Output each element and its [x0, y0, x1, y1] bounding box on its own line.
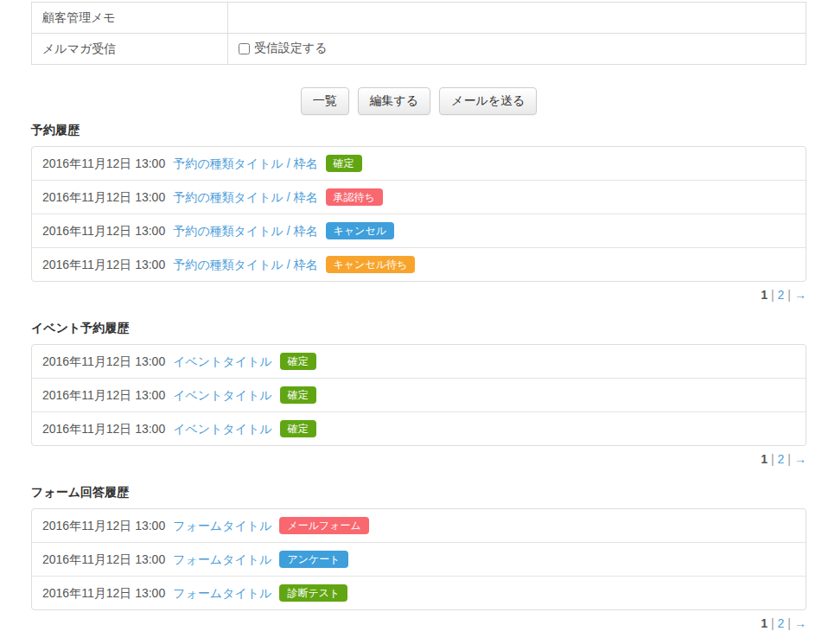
status-badge: 確定: [280, 386, 316, 404]
pagination-next-link[interactable]: →: [794, 616, 806, 630]
memo-field-label: 顧客管理メモ: [32, 3, 228, 34]
status-badge: キャンセル待ち: [326, 256, 416, 273]
row-title-link[interactable]: 予約の種類タイトル / 枠名: [173, 189, 317, 205]
pagination-next-link[interactable]: →: [794, 288, 806, 302]
row-datetime: 2016年11月12日 13:00: [42, 552, 165, 567]
section-title: イベント予約履歴: [31, 320, 806, 335]
pagination-separator: |: [787, 288, 791, 302]
row-title-link[interactable]: イベントタイトル: [173, 354, 272, 369]
row-datetime: 2016年11月12日 13:00: [42, 387, 165, 403]
status-badge: 承認待ち: [326, 188, 383, 206]
pagination: 1|2|→: [31, 287, 806, 303]
section-reservation-history: 予約履歴 2016年11月12日 13:00 予約の種類タイトル / 枠名 確定…: [31, 122, 806, 303]
newsletter-field-value: 受信設定する: [228, 34, 806, 65]
pagination: 1|2|→: [31, 451, 806, 467]
history-row: 2016年11月12日 13:00 フォームタイトル メールフォーム: [32, 509, 806, 542]
reservation-history-list: 2016年11月12日 13:00 予約の種類タイトル / 枠名 確定 2016…: [31, 146, 806, 282]
row-title-link[interactable]: 予約の種類タイトル / 枠名: [173, 223, 317, 239]
status-badge: 診断テスト: [279, 584, 347, 602]
pagination-separator: |: [771, 288, 774, 302]
row-datetime: 2016年11月12日 13:00: [42, 354, 165, 369]
send-mail-button[interactable]: メールを送る: [439, 87, 537, 115]
newsletter-checkbox[interactable]: [239, 43, 250, 54]
row-title-link[interactable]: フォームタイトル: [173, 518, 271, 533]
history-row: 2016年11月12日 13:00 フォームタイトル アンケート: [32, 542, 806, 576]
pagination-current-page: 1: [761, 616, 768, 630]
row-title-link[interactable]: フォームタイトル: [173, 552, 271, 567]
status-badge: キャンセル: [326, 222, 394, 239]
status-badge: アンケート: [279, 551, 347, 568]
row-title-link[interactable]: 予約の種類タイトル / 枠名: [173, 156, 317, 171]
edit-button[interactable]: 編集する: [358, 87, 431, 115]
newsletter-field-label: メルマガ受信: [32, 34, 228, 65]
row-title-link[interactable]: 予約の種類タイトル / 枠名: [173, 257, 317, 272]
pagination-page-2-link[interactable]: 2: [778, 616, 785, 630]
event-history-list: 2016年11月12日 13:00 イベントタイトル 確定 2016年11月12…: [31, 344, 806, 446]
toolbar: 一覧 編集する メールを送る: [31, 87, 806, 115]
history-row: 2016年11月12日 13:00 イベントタイトル 確定: [32, 378, 806, 411]
newsletter-checkbox-text: 受信設定する: [254, 41, 328, 56]
memo-field-value: [228, 3, 806, 34]
row-datetime: 2016年11月12日 13:00: [42, 518, 165, 533]
row-datetime: 2016年11月12日 13:00: [42, 189, 165, 205]
pagination-page-2-link[interactable]: 2: [778, 452, 785, 466]
pagination-separator: |: [787, 452, 791, 466]
status-badge: メールフォーム: [279, 517, 368, 534]
pagination-page-2-link[interactable]: 2: [778, 288, 785, 302]
row-title-link[interactable]: イベントタイトル: [173, 387, 272, 403]
row-title-link[interactable]: フォームタイトル: [173, 585, 271, 601]
history-row: 2016年11月12日 13:00 予約の種類タイトル / 枠名 確定: [32, 147, 806, 180]
history-row: 2016年11月12日 13:00 予約の種類タイトル / 枠名 キャンセル待ち: [32, 247, 806, 281]
page-container: 顧客管理メモ メルマガ受信 受信設定する 一覧 編集する メールを送る 予約履歴…: [0, 0, 822, 631]
pagination-separator: |: [771, 616, 774, 630]
pagination-current-page: 1: [761, 288, 768, 302]
history-row: 2016年11月12日 13:00 フォームタイトル 診断テスト: [32, 576, 806, 609]
pagination-current-page: 1: [761, 452, 768, 466]
row-datetime: 2016年11月12日 13:00: [42, 223, 165, 239]
history-row: 2016年11月12日 13:00 予約の種類タイトル / 枠名 承認待ち: [32, 180, 806, 214]
pagination: 1|2|→: [31, 615, 806, 631]
newsletter-checkbox-label[interactable]: 受信設定する: [239, 41, 328, 56]
customer-info-table: 顧客管理メモ メルマガ受信 受信設定する: [31, 2, 806, 65]
pagination-separator: |: [771, 452, 774, 466]
table-row: 顧客管理メモ: [32, 3, 806, 34]
section-form-history: フォーム回答履歴 2016年11月12日 13:00 フォームタイトル メールフ…: [31, 484, 806, 631]
status-badge: 確定: [280, 420, 316, 437]
history-row: 2016年11月12日 13:00 予約の種類タイトル / 枠名 キャンセル: [32, 214, 806, 247]
status-badge: 確定: [326, 155, 362, 172]
table-row: メルマガ受信 受信設定する: [32, 34, 806, 65]
history-row: 2016年11月12日 13:00 イベントタイトル 確定: [32, 345, 806, 378]
pagination-next-link[interactable]: →: [794, 452, 806, 466]
history-row: 2016年11月12日 13:00 イベントタイトル 確定: [32, 411, 806, 445]
pagination-separator: |: [787, 616, 791, 630]
form-history-list: 2016年11月12日 13:00 フォームタイトル メールフォーム 2016年…: [31, 508, 806, 610]
status-badge: 確定: [280, 353, 316, 370]
row-datetime: 2016年11月12日 13:00: [42, 156, 165, 171]
section-title: 予約履歴: [31, 122, 806, 137]
section-event-history: イベント予約履歴 2016年11月12日 13:00 イベントタイトル 確定 2…: [31, 320, 806, 467]
row-datetime: 2016年11月12日 13:00: [42, 585, 165, 601]
row-datetime: 2016年11月12日 13:00: [42, 257, 165, 272]
row-datetime: 2016年11月12日 13:00: [42, 421, 165, 437]
list-button[interactable]: 一覧: [301, 87, 349, 115]
row-title-link[interactable]: イベントタイトル: [173, 421, 272, 437]
section-title: フォーム回答履歴: [31, 484, 806, 500]
